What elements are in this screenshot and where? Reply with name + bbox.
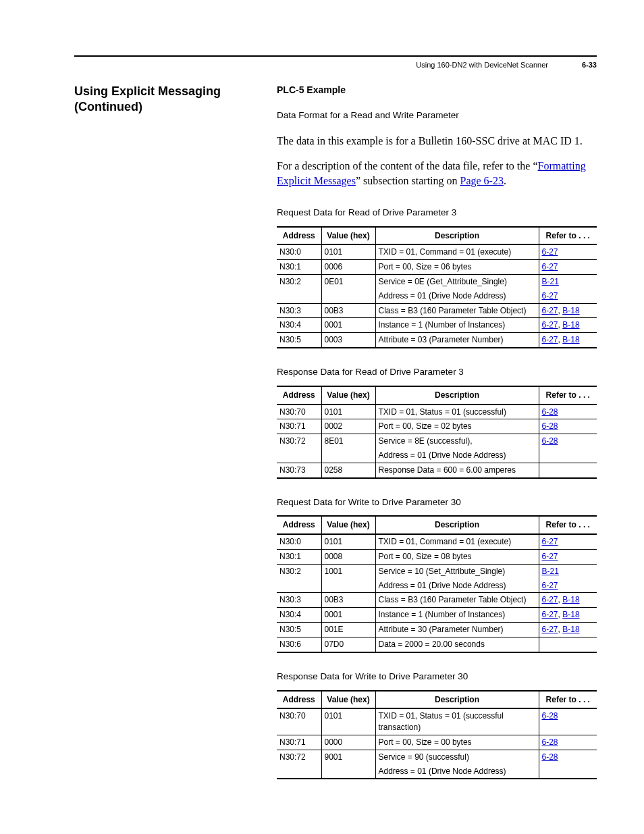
cell-address: N30:1 (277, 260, 321, 275)
cell-value: 0000 (321, 735, 375, 750)
reference-link[interactable]: 6-27 (542, 320, 558, 330)
cell-refer: 6-28 (539, 419, 597, 434)
reference-link[interactable]: 6-27 (542, 247, 558, 257)
reference-link[interactable]: 6-28 (542, 752, 558, 762)
reference-link[interactable]: 6-27 (542, 610, 558, 619)
cell-address (277, 579, 321, 593)
reference-link[interactable]: B-18 (562, 595, 579, 604)
reference-link[interactable]: 6-28 (542, 421, 558, 431)
table-row: N30:730258Response Data = 600 = 6.00 amp… (277, 463, 597, 477)
cell-value: 0002 (321, 419, 375, 434)
cell-address: N30:1 (277, 550, 321, 565)
column-header: Description (375, 691, 539, 709)
table-row: N30:700101TXID = 01, Status = 01 (succes… (277, 405, 597, 419)
cell-refer: 6-28 (539, 708, 597, 735)
cell-value (321, 289, 375, 303)
cell-refer (539, 637, 597, 652)
cell-refer: 6-27 (539, 550, 597, 565)
reference-link[interactable]: B-18 (562, 335, 579, 344)
cell-description: Port = 00, Size = 06 bytes (375, 260, 539, 275)
reference-link[interactable]: 6-27 (542, 306, 558, 315)
reference-link[interactable]: B-18 (562, 320, 579, 330)
cell-description: Address = 01 (Drive Node Address) (375, 579, 539, 593)
example-heading: PLC-5 Example (277, 84, 597, 97)
cell-value: 0003 (321, 333, 375, 348)
table-row: N30:21001Service = 10 (Set_Attribute_Sin… (277, 564, 597, 578)
reference-link[interactable]: 6-27 (542, 595, 558, 604)
reference-link[interactable]: B-18 (562, 625, 579, 634)
cell-refer: 6-27 (539, 260, 597, 275)
table-row: Address = 01 (Drive Node Address)6-27 (277, 579, 597, 593)
cell-refer: 6-27 (539, 244, 597, 259)
column-header: Value (hex) (321, 227, 375, 245)
cell-address: N30:4 (277, 318, 321, 333)
table-row: Address = 01 (Drive Node Address) (277, 764, 597, 779)
reference-link[interactable]: B-21 (542, 277, 559, 286)
cell-description: Service = 10 (Set_Attribute_Single) (375, 564, 539, 578)
table-row: N30:20E01Service = 0E (Get_Attribute_Sin… (277, 274, 597, 288)
cell-value: 0101 (321, 534, 375, 549)
reference-link[interactable]: 6-27 (542, 262, 558, 271)
cell-value: 07D0 (321, 637, 375, 652)
header-rule (74, 55, 597, 57)
cell-description: TXID = 01, Status = 01 (successful) (375, 405, 539, 419)
cell-refer: 6-28 (539, 434, 597, 448)
cell-value: 001E (321, 623, 375, 637)
cell-description: Class = B3 (160 Parameter Table Object) (375, 593, 539, 608)
reference-link[interactable]: 6-27 (542, 581, 558, 590)
table-row: N30:710002Port = 00, Size = 02 bytes6-28 (277, 419, 597, 434)
reference-link[interactable]: 6-27 (542, 552, 558, 561)
cell-description: Address = 01 (Drive Node Address) (375, 448, 539, 463)
reference-link[interactable]: 6-28 (542, 407, 558, 417)
table-row: N30:728E01Service = 8E (successful),6-28 (277, 434, 597, 448)
main-content: PLC-5 Example Data Format for a Read and… (277, 84, 597, 779)
table-caption: Response Data for Read of Drive Paramete… (277, 366, 597, 379)
reference-link[interactable]: 6-27 (542, 291, 558, 301)
cell-address (277, 764, 321, 779)
link-page-6-23[interactable]: Page 6-23 (460, 175, 504, 186)
cell-description: Service = 8E (successful), (375, 434, 539, 448)
data-table: AddressValue (hex)DescriptionRefer to . … (277, 515, 597, 652)
reference-link[interactable]: 6-27 (542, 625, 558, 634)
para2-pre: For a description of the content of the … (277, 160, 538, 172)
reference-link[interactable]: 6-28 (542, 737, 558, 747)
reference-link[interactable]: 6-27 (542, 335, 558, 344)
cell-refer (539, 764, 597, 779)
cell-address: N30:70 (277, 405, 321, 419)
table-row: N30:300B3Class = B3 (160 Parameter Table… (277, 593, 597, 608)
cell-refer: B-21 (539, 274, 597, 288)
cell-address: N30:73 (277, 463, 321, 477)
cell-description: Port = 00, Size = 08 bytes (375, 550, 539, 565)
cell-description: Port = 00, Size = 00 bytes (375, 735, 539, 750)
cell-refer: 6-28 (539, 735, 597, 750)
column-header: Refer to . . . (539, 691, 597, 709)
column-header: Address (277, 227, 321, 245)
cell-description: Service = 90 (successful) (375, 750, 539, 764)
cell-value: 0001 (321, 608, 375, 623)
reference-link[interactable]: 6-27 (542, 537, 558, 546)
cell-refer: B-21 (539, 564, 597, 578)
column-header: Address (277, 516, 321, 534)
column-header: Description (375, 516, 539, 534)
column-header: Refer to . . . (539, 386, 597, 405)
cell-description: Port = 00, Size = 02 bytes (375, 419, 539, 434)
cell-description: Attribute = 30 (Parameter Number) (375, 623, 539, 637)
cell-value: 00B3 (321, 593, 375, 608)
cell-description: Response Data = 600 = 6.00 amperes (375, 463, 539, 477)
table-row: N30:5001EAttribute = 30 (Parameter Numbe… (277, 623, 597, 637)
reference-link[interactable]: 6-28 (542, 436, 558, 446)
reference-link[interactable]: B-21 (542, 567, 559, 576)
cell-refer (539, 448, 597, 463)
cell-value: 0101 (321, 244, 375, 259)
cell-refer (539, 463, 597, 477)
paragraph-1: The data in this example is for a Bullet… (277, 134, 597, 149)
reference-link[interactable]: B-18 (562, 306, 579, 315)
table-row: N30:729001Service = 90 (successful)6-28 (277, 750, 597, 764)
cell-value (321, 448, 375, 463)
cell-description: Service = 0E (Get_Attribute_Single) (375, 274, 539, 288)
cell-address: N30:4 (277, 608, 321, 623)
cell-value (321, 579, 375, 593)
reference-link[interactable]: B-18 (562, 610, 579, 619)
reference-link[interactable]: 6-28 (542, 711, 558, 721)
cell-description: Instance = 1 (Number of Instances) (375, 318, 539, 333)
